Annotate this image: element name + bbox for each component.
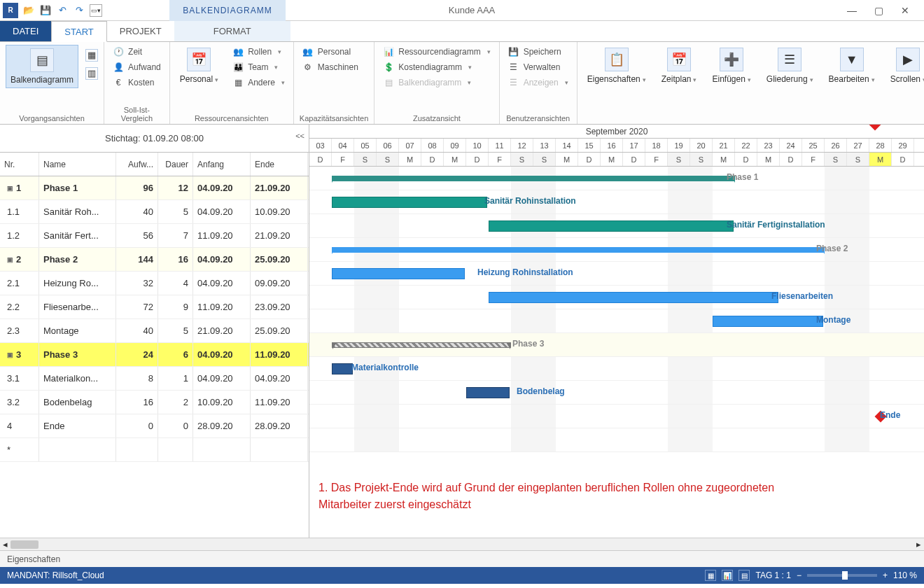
gantt-bar[interactable] [332,247,825,253]
team-button[interactable]: 👪Team [230,60,288,74]
other-icon: ▦ [232,77,244,88]
scroll-left-icon[interactable]: ◂ [3,539,8,550]
table-row[interactable]: 2.1Heizung Ro...32404.09.2009.09.20 [0,272,309,295]
sb-icon-3[interactable]: ▤ [738,570,750,581]
zoom-out-icon[interactable]: − [797,570,802,580]
andere-button[interactable]: ▦Andere [230,76,288,90]
rollen-button[interactable]: 👥Rollen [230,45,288,59]
gantt-row[interactable] [309,428,924,452]
table-row[interactable]: * [0,438,309,462]
kostendiagramm-button[interactable]: 💲Kostendiagramm [380,60,493,74]
gantt-row[interactable]: Bodenbelag [309,381,924,405]
gantt-row[interactable]: Sanitär Fertiginstallation [309,214,924,238]
scroll-right-icon[interactable]: ▸ [916,539,921,550]
team-icon: 👪 [232,62,244,73]
open-icon[interactable]: 📂 [22,4,35,17]
eigenschaften-button[interactable]: 📋Eigenschaften [583,45,650,87]
tab-start[interactable]: START [51,21,106,42]
gantt-bar[interactable] [332,176,735,181]
zoom-in-icon[interactable]: + [883,570,888,580]
gantt-bar[interactable] [466,387,510,398]
gantt-bar[interactable] [332,197,487,208]
gantt-row[interactable]: Materialkontrolle [309,357,924,381]
col-name[interactable]: Name [39,153,116,176]
sb-icon-1[interactable]: ▦ [705,570,716,581]
verwalten-button[interactable]: ☰Verwalten [505,60,571,74]
gantt-bar[interactable] [332,342,511,348]
aufwand-button[interactable]: 👤Aufwand [110,60,164,74]
table-header: Nr. Name Aufw... Dauer Anfang Ende [0,153,309,176]
table-row[interactable]: 4Ende0028.09.2028.09.20 [0,414,309,438]
tab-datei[interactable]: DATEI [0,21,51,41]
sb-icon-2[interactable]: 📊 [722,570,733,581]
collapse-button[interactable]: << [295,132,304,140]
group-zusatzansicht: 📊Ressourcendiagramm 💲Kostendiagramm ▤Bal… [374,42,499,124]
minimize-icon[interactable]: — [841,5,862,16]
table-row[interactable]: 3.1Materialkon...8104.09.2004.09.20 [0,367,309,391]
bearbeiten-button[interactable]: ▼Bearbeiten [825,45,879,87]
tab-format[interactable]: FORMAT [174,21,290,41]
maschinen-button[interactable]: ⚙Maschinen [300,60,361,74]
zoom-value: 110 % [893,570,917,580]
col-nr[interactable]: Nr. [0,153,39,176]
gantt-bar[interactable] [713,316,823,327]
gantt-row[interactable]: Phase 3 [309,333,924,357]
kap-personal-button[interactable]: 👥Personal [300,45,361,59]
tab-projekt[interactable]: PROJEKT [107,21,174,41]
personal-button[interactable]: 📅 Personal [176,45,223,87]
view-small-icon-1[interactable]: ▦ [85,49,98,62]
gantt-row[interactable]: Heizung Rohinstallation [309,262,924,286]
table-row[interactable]: ▣2Phase 21441604.09.2025.09.20 [0,248,309,272]
col-ende[interactable]: Ende [251,153,308,176]
balkendiagramm-label: Balkendiagramm [10,75,74,85]
redo-icon[interactable]: ↷ [73,4,85,17]
bar-label: Heizung Rohinstallation [477,267,573,277]
bar-label: Phase 2 [816,244,848,253]
gantt-row[interactable]: Phase 2 [309,238,924,262]
group-soll-ist: 🕐Zeit 👤Aufwand €Kosten Soll-Ist-Vergleic… [104,42,170,124]
hscroll-right[interactable]: ▸ [309,538,924,550]
gantt-bar[interactable] [332,363,353,374]
ressourcendiagramm-button[interactable]: 📊Ressourcendiagramm [380,45,493,59]
balkendiagramm-button[interactable]: ▤ Balkendiagramm [6,45,78,88]
einfügen-button[interactable]: ➕Einfügen [708,45,755,87]
col-anfang[interactable]: Anfang [193,153,251,176]
gantt-bar[interactable] [489,220,734,232]
save-small-icon: 💾 [508,46,519,57]
zeitplan-button[interactable]: 📅Zeitplan [657,45,701,87]
gantt-bar[interactable] [489,292,778,303]
qat-dropdown-icon[interactable]: ▭▾ [90,4,102,17]
zeit-button[interactable]: 🕐Zeit [110,45,164,59]
undo-icon[interactable]: ↶ [56,4,69,17]
gantt-row[interactable]: Montage [309,309,924,333]
table-row[interactable]: ▣3Phase 324604.09.2011.09.20 [0,343,309,367]
col-dauer[interactable]: Dauer [158,153,193,176]
maximize-icon[interactable]: ▢ [868,5,889,16]
gantt-row[interactable]: Phase 1 [309,167,924,190]
gantt-chart[interactable]: September 2020 0304050607080910111213141… [309,125,924,538]
save-icon[interactable]: 💾 [39,4,52,17]
hscroll-left[interactable]: ◂ [0,538,309,550]
gantt-bar[interactable] [332,268,465,279]
table-row[interactable]: 2.2Fliesenarbe...72911.09.2023.09.20 [0,295,309,319]
close-icon[interactable]: ✕ [895,5,916,16]
table-row[interactable]: 1.2Sanitär Fert...56711.09.2021.09.20 [0,224,309,248]
zoom-slider[interactable] [807,574,877,577]
table-row[interactable]: 1.1Sanitär Roh...40504.09.2010.09.20 [0,200,309,224]
gantt-weekdays: DFSSMDMDFSSMDMDFSSMDMDFSSMD [309,153,924,167]
view-small-icon-2[interactable]: ▥ [85,67,98,80]
kosten-button[interactable]: €Kosten [110,76,164,90]
gantt-row[interactable]: Sanitär Rohinstallation [309,190,924,214]
gantt-row[interactable]: Ende [309,405,924,428]
gantt-row[interactable]: Fliesenarbeiten [309,286,924,309]
table-row[interactable]: ▣1Phase 1961204.09.2021.09.20 [0,176,309,200]
table-row[interactable]: 3.2Bodenbelag16210.09.2011.09.20 [0,391,309,414]
col-aufw[interactable]: Aufw... [116,153,158,176]
titlebar: R 📂 💾 ↶ ↷ ▭▾ BALKENDIAGRAMM Kunde AAA — … [0,0,924,21]
properties-bar[interactable]: Eigenschaften [0,550,924,567]
table-row[interactable]: 2.3Montage40521.09.2025.09.20 [0,319,309,343]
speichern-button[interactable]: 💾Speichern [505,45,571,59]
scrollen-button[interactable]: ▶Scrollen [886,45,924,87]
gliederung-button[interactable]: ☰Gliederung [762,45,818,87]
bar-label: Sanitär Fertiginstallation [727,220,825,230]
